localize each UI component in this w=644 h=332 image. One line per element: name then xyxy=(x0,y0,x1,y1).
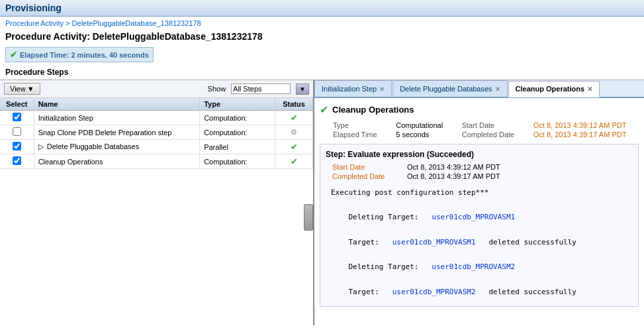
show-input[interactable] xyxy=(231,83,291,94)
elapsed-label: Elapsed Time xyxy=(333,131,389,138)
row-name[interactable]: Cleanup Operations xyxy=(34,154,200,169)
gear-icon: ⚙ xyxy=(291,128,297,136)
row-status: ✔ xyxy=(275,111,313,125)
col-header-status: Status xyxy=(275,98,313,111)
log-line: Deleting Target: user01cdb_MPROVASM1 xyxy=(331,211,627,224)
step-completed-date-value: Oct 8, 2013 4:39:17 AM PDT xyxy=(407,172,500,180)
row-status: ⚙ xyxy=(275,125,313,140)
step-start-date-label: Start Date xyxy=(332,163,405,171)
step-box: Step: Evaluate expression (Succeeded) St… xyxy=(320,144,639,307)
type-value: Computational xyxy=(396,121,455,129)
start-date-label: Start Date xyxy=(462,121,527,129)
vertical-scrollbar-handle[interactable] xyxy=(304,204,313,231)
row-status: ✔ xyxy=(275,140,313,154)
step-completed-date-row: Completed Date Oct 8, 2013 4:39:17 AM PD… xyxy=(332,172,633,180)
row-type: Computation: xyxy=(200,154,275,169)
right-panel: Initialization Step ✕ Delete Pluggable D… xyxy=(314,80,644,325)
show-dropdown-button[interactable]: ▼ xyxy=(296,83,309,95)
cleanup-header: ✔ Cleanup Operations xyxy=(320,103,639,116)
show-label: Show xyxy=(208,85,226,93)
row-name[interactable]: Initialization Step xyxy=(34,111,200,125)
steps-table: Select Name Type Status Initialization S… xyxy=(0,98,313,169)
view-button[interactable]: View ▼ xyxy=(4,83,40,95)
breadcrumb-current: DeletePluggableDatabase_1381232178 xyxy=(72,19,201,27)
row-checkbox[interactable] xyxy=(13,127,21,136)
log-line: Target: user01cdb_MPROVASM2 deleted succ… xyxy=(331,286,627,299)
view-arrow-icon: ▼ xyxy=(27,85,34,93)
tab-cleanup-operations[interactable]: Cleanup Operations ✕ xyxy=(508,81,600,97)
step-dates: Start Date Oct 8, 2013 4:39:12 AM PDT Co… xyxy=(326,163,633,180)
table-row: Cleanup Operations Computation: ✔ xyxy=(0,154,313,169)
tab-initialization-step[interactable]: Initialization Step ✕ xyxy=(314,80,392,97)
check-icon: ✔ xyxy=(10,50,17,60)
cleanup-content: ✔ Cleanup Operations Type Computational … xyxy=(314,98,644,325)
page-title: Procedure Activity: DeletePluggableDatab… xyxy=(0,30,644,44)
app-title: Provisioning xyxy=(5,3,62,13)
log-target: user01cdb_MPROVASM2 xyxy=(432,262,515,271)
tab-label: Cleanup Operations xyxy=(516,85,585,93)
step-completed-date-label: Completed Date xyxy=(332,172,405,180)
log-line xyxy=(331,199,627,212)
procedure-steps-title: Procedure Steps xyxy=(0,65,644,80)
row-type: Computation: xyxy=(200,125,275,140)
row-name[interactable]: Snap Clone PDB Delete Preparation step xyxy=(34,125,200,140)
log-line: Deleting Target: user01cdb_MPROVASM2 xyxy=(331,261,627,274)
start-date-value: Oct 8, 2013 4:39:12 AM PDT xyxy=(533,121,639,129)
log-area: Executing post configuration step*** Del… xyxy=(326,184,633,301)
row-type: Parallel xyxy=(200,140,275,154)
step-box-title: Step: Evaluate expression (Succeeded) xyxy=(326,150,633,159)
close-icon[interactable]: ✕ xyxy=(379,85,385,93)
log-line: Target: user01cdb_MPROVASM1 deleted succ… xyxy=(331,237,627,249)
row-type: Computation: xyxy=(200,111,275,125)
cleanup-info-grid: Type Computational Start Date Oct 8, 201… xyxy=(320,121,639,138)
tab-delete-pluggable-databases[interactable]: Delete Pluggable Databases ✕ xyxy=(392,80,507,97)
completed-date-value: Oct 8, 2013 4:39:17 AM PDT xyxy=(533,131,639,138)
elapsed-bar: ✔ Elapsed Time: 2 minutes, 40 seconds xyxy=(5,47,154,62)
step-start-date-value: Oct 8, 2013 4:39:12 AM PDT xyxy=(407,163,500,171)
tab-label: Initialization Step xyxy=(322,85,377,93)
elapsed-value: 5 seconds xyxy=(396,131,455,138)
col-header-select: Select xyxy=(0,98,34,111)
log-target: user01cdb_MPROVASM1 xyxy=(392,238,476,247)
tabs-bar: Initialization Step ✕ Delete Pluggable D… xyxy=(314,80,644,98)
completed-date-label: Completed Date xyxy=(462,131,527,138)
check-icon: ✔ xyxy=(320,103,328,116)
row-name[interactable]: ▷ Delete Pluggable Databases xyxy=(34,140,200,154)
breadcrumb-separator: > xyxy=(64,19,72,27)
row-status: ✔ xyxy=(275,154,313,169)
close-icon[interactable]: ✕ xyxy=(495,85,500,93)
log-line xyxy=(331,249,627,261)
breadcrumb: Procedure Activity > DeletePluggableData… xyxy=(0,17,644,30)
log-line: Executing post configuration step*** xyxy=(331,187,627,199)
table-row: Initialization Step Computation: ✔ xyxy=(0,111,313,125)
log-target: user01cdb_MPROVASM1 xyxy=(432,213,515,221)
table-row: ▷ Delete Pluggable Databases Parallel ✔ xyxy=(0,140,313,154)
log-target: user01cdb_MPROVASM2 xyxy=(392,288,476,296)
table-row: Snap Clone PDB Delete Preparation step C… xyxy=(0,125,313,140)
step-start-date-row: Start Date Oct 8, 2013 4:39:12 AM PDT xyxy=(332,163,633,171)
row-checkbox[interactable] xyxy=(13,142,21,150)
col-header-type: Type xyxy=(200,98,275,111)
log-line xyxy=(331,224,627,237)
title-bar: Provisioning xyxy=(0,0,644,17)
expand-icon[interactable]: ▷ xyxy=(38,142,44,150)
breadcrumb-link[interactable]: Procedure Activity xyxy=(5,19,64,27)
row-checkbox[interactable] xyxy=(13,156,21,165)
steps-toolbar: View ▼ Show ▼ xyxy=(0,80,313,98)
cleanup-title: Cleanup Operations xyxy=(332,105,414,115)
view-label: View xyxy=(10,85,26,93)
tab-label: Delete Pluggable Databases xyxy=(400,85,492,93)
row-checkbox[interactable] xyxy=(13,113,21,121)
col-header-name: Name xyxy=(34,98,200,111)
close-icon[interactable]: ✕ xyxy=(587,85,592,93)
type-label: Type xyxy=(333,121,389,129)
log-line xyxy=(331,274,627,286)
elapsed-text: Elapsed Time: 2 minutes, 40 seconds xyxy=(20,51,149,59)
